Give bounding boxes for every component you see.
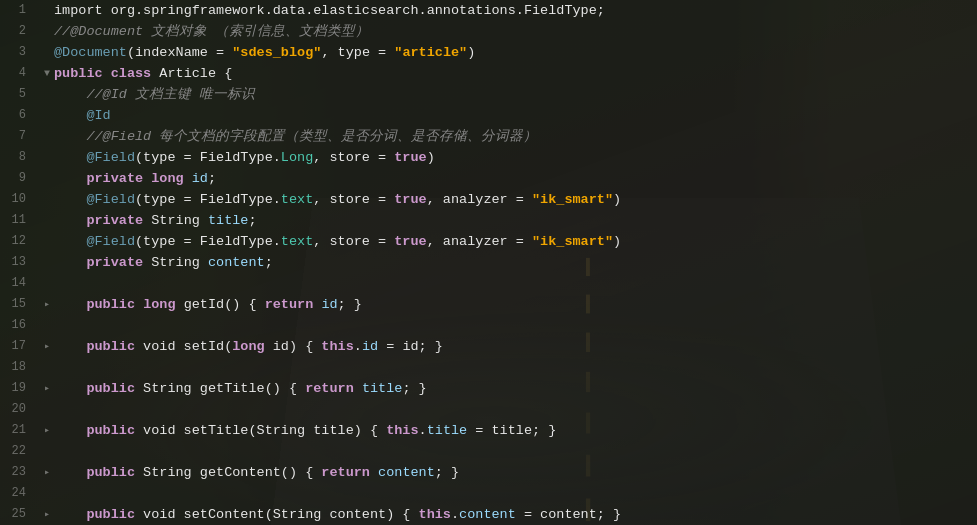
- line-number: 20: [0, 399, 32, 420]
- line-number: 9: [0, 168, 32, 189]
- line-number: 18: [0, 357, 32, 378]
- fold-indicator[interactable]: ▼: [40, 63, 54, 84]
- token-plain: ): [613, 231, 621, 252]
- token-plain: [54, 462, 86, 483]
- code-editor: 1234567891011121314151617181920212223242…: [0, 0, 977, 525]
- line-number: 16: [0, 315, 32, 336]
- line-number: 17: [0, 336, 32, 357]
- code-line: @Field(type = FieldType.text, store = tr…: [54, 231, 977, 252]
- token-plain: import: [54, 0, 111, 21]
- code-line: public String getTitle() { return title;…: [54, 378, 977, 399]
- line-number: 15: [0, 294, 32, 315]
- code-line: //@Id 文档主键 唯一标识: [54, 84, 977, 105]
- token-plain: [54, 168, 86, 189]
- line-number: 23: [0, 462, 32, 483]
- line-number: 13: [0, 252, 32, 273]
- token-plain: [54, 378, 86, 399]
- token-plain: void setTitle(String title) {: [135, 420, 386, 441]
- fold-indicator[interactable]: ▸: [40, 420, 54, 441]
- token-kw: private: [86, 168, 143, 189]
- fold-indicator: [40, 126, 54, 147]
- token-long-type: text: [281, 231, 313, 252]
- fold-indicator[interactable]: ▸: [40, 504, 54, 525]
- fold-indicator: [40, 21, 54, 42]
- token-kw: public: [54, 63, 103, 84]
- token-plain: [54, 336, 86, 357]
- token-annotation: @Field: [86, 189, 135, 210]
- line-number: 19: [0, 378, 32, 399]
- code-line: public class Article {: [54, 63, 977, 84]
- fold-indicator: [40, 147, 54, 168]
- token-plain: Article {: [151, 63, 232, 84]
- token-field: id: [192, 168, 208, 189]
- code-line: private String content;: [54, 252, 977, 273]
- line-number: 11: [0, 210, 32, 231]
- token-comment: //@Id 文档主键 唯一标识: [54, 84, 255, 105]
- token-long-type: text: [281, 189, 313, 210]
- fold-indicator: [40, 210, 54, 231]
- code-lines[interactable]: import org.springframework.data.elastics…: [54, 0, 977, 525]
- token-field: content: [378, 462, 435, 483]
- token-comment: //@Field 每个文档的字段配置（类型、是否分词、是否存储、分词器）: [54, 126, 537, 147]
- fold-indicators: ▼▸▸▸▸▸▸: [40, 0, 54, 525]
- token-field: content: [208, 252, 265, 273]
- code-line: import org.springframework.data.elastics…: [54, 0, 977, 21]
- token-plain: ): [613, 189, 621, 210]
- token-plain: , analyzer =: [427, 189, 532, 210]
- token-field: title: [427, 420, 468, 441]
- token-plain: void setContent(String content) {: [135, 504, 419, 525]
- code-line: public void setId(long id) { this.id = i…: [54, 336, 977, 357]
- token-plain: [184, 168, 192, 189]
- fold-indicator: [40, 189, 54, 210]
- line-number: 3: [0, 42, 32, 63]
- token-plain: (indexName =: [127, 42, 232, 63]
- token-field: id: [362, 336, 378, 357]
- fold-indicator: [40, 483, 54, 504]
- line-number: 21: [0, 420, 32, 441]
- token-kw: public: [86, 336, 135, 357]
- token-plain: , store =: [313, 147, 394, 168]
- fold-indicator[interactable]: ▸: [40, 336, 54, 357]
- token-plain: , store =: [313, 231, 394, 252]
- token-plain: ;: [248, 210, 256, 231]
- token-comment: //@Document 文档对象 （索引信息、文档类型）: [54, 21, 369, 42]
- code-line: [54, 273, 977, 294]
- line-number: 5: [0, 84, 32, 105]
- fold-indicator: [40, 399, 54, 420]
- fold-indicator[interactable]: ▸: [40, 378, 54, 399]
- line-number: 22: [0, 441, 32, 462]
- fold-indicator: [40, 168, 54, 189]
- token-field: title: [208, 210, 249, 231]
- line-number: 14: [0, 273, 32, 294]
- token-annotation: @Field: [86, 231, 135, 252]
- token-kw: public: [86, 378, 135, 399]
- fold-indicator: [40, 357, 54, 378]
- code-line: [54, 357, 977, 378]
- code-line: [54, 399, 977, 420]
- token-long-type: Long: [281, 147, 313, 168]
- fold-indicator[interactable]: ▸: [40, 294, 54, 315]
- fold-indicator: [40, 84, 54, 105]
- token-plain: ): [427, 147, 435, 168]
- line-number: 2: [0, 21, 32, 42]
- token-plain: void setId(: [135, 336, 232, 357]
- token-annotation: @Field: [86, 147, 135, 168]
- token-plain: [354, 378, 362, 399]
- code-line: [54, 441, 977, 462]
- code-line: @Document(indexName = "sdes_blog", type …: [54, 42, 977, 63]
- fold-indicator[interactable]: ▸: [40, 462, 54, 483]
- code-line: @Id: [54, 105, 977, 126]
- fold-indicator: [40, 315, 54, 336]
- token-string: "article": [394, 42, 467, 63]
- token-this-kw: this: [419, 504, 451, 525]
- token-plain: .: [419, 420, 427, 441]
- token-plain: ; }: [338, 294, 362, 315]
- token-plain: = id; }: [378, 336, 443, 357]
- token-this-kw: this: [321, 336, 353, 357]
- token-bool: true: [394, 189, 426, 210]
- code-line: //@Field 每个文档的字段配置（类型、是否分词、是否存储、分词器）: [54, 126, 977, 147]
- line-number: 6: [0, 105, 32, 126]
- fold-indicator: [40, 42, 54, 63]
- token-plain: (type = FieldType.: [135, 189, 281, 210]
- token-plain: [313, 294, 321, 315]
